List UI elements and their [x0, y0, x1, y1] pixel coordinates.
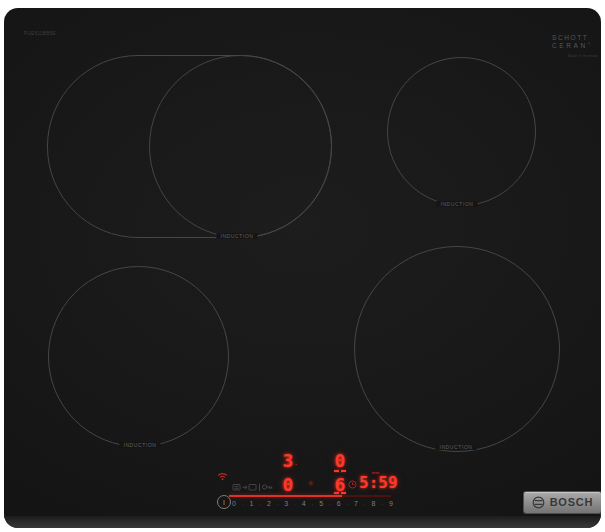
product-photo: PUE611BB5E SCHOTT CERAN® Made in Germany… — [0, 0, 605, 532]
scale-separator: · — [329, 501, 331, 507]
scale-separator: · — [277, 501, 279, 507]
zone-front-left-circle — [48, 266, 229, 447]
bosch-badge: BOSCH — [524, 492, 601, 513]
zone-back-right-circle — [387, 57, 536, 206]
schott-line1: SCHOTT — [552, 34, 598, 41]
scale-separator: · — [364, 501, 366, 507]
power-slider-bar-active[interactable] — [229, 495, 342, 497]
cooktop-glass: PUE611BB5E SCHOTT CERAN® Made in Germany… — [4, 8, 601, 528]
model-number: PUE611BB5E — [24, 31, 56, 36]
registered-mark: ® — [588, 42, 590, 46]
power-level-9[interactable]: 9 — [389, 500, 393, 507]
scale-separator: · — [259, 501, 261, 507]
timer-display[interactable]: 5:59 — [359, 475, 398, 491]
level-back-left-dot: . — [295, 459, 297, 466]
power-level-6[interactable]: 6 — [337, 500, 341, 507]
schott-ceran-logo: SCHOTT CERAN® Made in Germany — [552, 34, 598, 58]
scale-separator: · — [294, 501, 296, 507]
zone-label-front-right: INDUCTION — [435, 444, 476, 450]
power-level-scale[interactable]: 0·1·2·3·4·5·6·7·8·9 — [232, 499, 393, 508]
power-level-1[interactable]: 1 — [249, 500, 253, 507]
pan-icon-2 — [249, 485, 256, 491]
power-level-8[interactable]: 8 — [372, 500, 376, 507]
power-slider-bar-inactive[interactable] — [342, 495, 391, 497]
power-level-0[interactable]: 0 — [232, 500, 236, 507]
zone-back-left-circle — [149, 55, 332, 238]
schott-line2: CERAN® — [552, 42, 598, 49]
zone-label-back-right: INDUCTION — [436, 201, 477, 207]
key-lock-icon — [262, 485, 272, 489]
pan-detection-indicator: ∗ — [307, 479, 315, 488]
scale-separator: · — [311, 501, 313, 507]
selected-zone-bar-bottom — [334, 492, 346, 494]
zone-label-back-left: INDUCTION — [216, 233, 257, 239]
scale-separator: · — [242, 501, 244, 507]
bosch-logo-text: BOSCH — [550, 497, 594, 508]
power-symbol: I — [223, 499, 225, 506]
scale-separator: · — [381, 501, 383, 507]
selected-zone-bar-top — [334, 470, 346, 472]
zone-front-right-circle — [354, 246, 560, 452]
level-display-front-left[interactable]: 0 — [281, 476, 295, 494]
glass-bottom-edge — [4, 516, 601, 528]
timer-clock-icon[interactable] — [348, 480, 357, 489]
level-display-back-left[interactable]: 3 — [281, 452, 295, 470]
bosch-logo-icon — [532, 496, 545, 509]
power-level-2[interactable]: 2 — [267, 500, 271, 507]
power-button[interactable]: I — [217, 495, 231, 509]
pan-icon — [233, 485, 240, 491]
wifi-icon — [217, 471, 228, 481]
power-level-3[interactable]: 3 — [284, 500, 288, 507]
power-level-4[interactable]: 4 — [302, 500, 306, 507]
schott-line3: Made in Germany — [552, 54, 598, 58]
zone-label-front-left: INDUCTION — [119, 442, 160, 448]
scale-separator: · — [346, 501, 348, 507]
power-level-7[interactable]: 7 — [354, 500, 358, 507]
level-display-back-right[interactable]: 0 — [333, 452, 347, 470]
pause-transfer-lock-keys[interactable] — [232, 482, 274, 492]
transfer-arrow-icon — [243, 486, 248, 489]
power-level-5[interactable]: 5 — [319, 500, 323, 507]
